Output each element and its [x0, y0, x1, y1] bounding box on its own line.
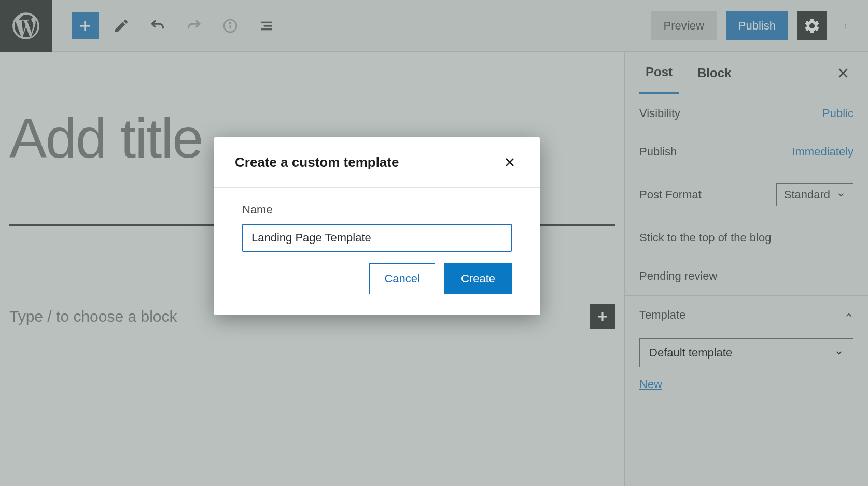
pending-review-row[interactable]: Pending review: [625, 257, 868, 295]
undo-button[interactable]: [144, 12, 171, 39]
add-block-button[interactable]: [72, 12, 99, 39]
info-button[interactable]: [217, 12, 244, 39]
inline-add-block-button[interactable]: [590, 304, 615, 329]
template-name-input[interactable]: [242, 224, 512, 252]
redo-icon: [186, 18, 202, 34]
edit-button[interactable]: [108, 12, 135, 39]
svg-point-4: [230, 22, 231, 23]
wordpress-icon: [10, 10, 42, 42]
close-icon: [836, 66, 850, 80]
cancel-button[interactable]: Cancel: [369, 263, 435, 294]
publish-label: Publish: [639, 145, 677, 159]
modal-close-button[interactable]: [500, 153, 519, 171]
chevron-down-icon: [834, 348, 844, 358]
modal-header: Create a custom template: [214, 137, 540, 188]
svg-point-8: [845, 24, 846, 25]
block-prompt-text[interactable]: Type / to choose a block: [9, 308, 177, 325]
toolbar-right-group: Preview Publish: [651, 11, 868, 40]
chevron-up-icon: [844, 310, 853, 320]
more-options-button[interactable]: [836, 11, 855, 40]
list-icon: [258, 18, 275, 34]
toolbar-left-group: [52, 12, 280, 39]
info-icon: [222, 18, 239, 34]
kebab-icon: [843, 18, 848, 34]
tab-block[interactable]: Block: [691, 52, 737, 94]
visibility-value[interactable]: Public: [822, 107, 853, 120]
sticky-row[interactable]: Stick to the top of the blog: [625, 219, 868, 257]
redo-button[interactable]: [180, 12, 207, 39]
svg-point-10: [845, 27, 846, 28]
template-select-value: Default template: [649, 346, 732, 360]
post-format-label: Post Format: [639, 188, 702, 202]
chevron-down-icon: [836, 190, 846, 199]
preview-button[interactable]: Preview: [651, 11, 717, 40]
top-toolbar: Preview Publish: [0, 0, 868, 52]
settings-sidebar: Post Block Visibility Public Publish Imm…: [624, 52, 868, 486]
close-sidebar-button[interactable]: [833, 63, 853, 83]
new-template-link[interactable]: New: [639, 378, 662, 391]
post-format-row: Post Format Standard: [625, 171, 868, 219]
post-format-select[interactable]: Standard: [776, 183, 853, 206]
template-section-header[interactable]: Template: [625, 295, 868, 334]
outline-button[interactable]: [253, 12, 280, 39]
settings-button[interactable]: [797, 11, 827, 40]
svg-point-9: [845, 25, 846, 26]
visibility-label: Visibility: [639, 107, 680, 120]
close-icon: [503, 156, 516, 168]
modal-body: Name Cancel Create: [214, 188, 540, 315]
create-button[interactable]: Create: [444, 263, 512, 294]
wordpress-logo[interactable]: [0, 0, 52, 52]
plus-icon: [77, 18, 93, 34]
pencil-icon: [113, 18, 130, 34]
sidebar-tabs: Post Block: [625, 52, 868, 94]
plus-icon: [595, 309, 610, 324]
publish-value[interactable]: Immediately: [792, 145, 853, 159]
modal-title: Create a custom template: [235, 154, 399, 170]
template-select[interactable]: Default template: [639, 338, 853, 367]
modal-actions: Cancel Create: [242, 263, 512, 294]
undo-icon: [149, 18, 166, 34]
create-template-modal: Create a custom template Name Cancel Cre…: [214, 137, 540, 315]
publish-row: Publish Immediately: [625, 133, 868, 171]
tab-post[interactable]: Post: [639, 52, 679, 94]
post-format-value: Standard: [784, 188, 830, 202]
gear-icon: [803, 17, 821, 35]
visibility-row: Visibility Public: [625, 94, 868, 133]
publish-button[interactable]: Publish: [726, 11, 788, 40]
name-field-label: Name: [242, 203, 512, 217]
template-section-label: Template: [639, 308, 685, 322]
